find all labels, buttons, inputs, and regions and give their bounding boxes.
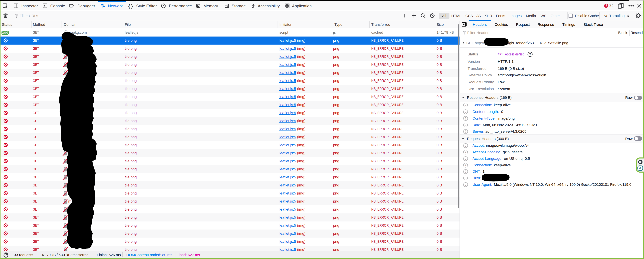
svg-text:e: e (639, 166, 641, 170)
svg-text:?: ? (465, 176, 466, 180)
svg-text:?: ? (465, 183, 466, 186)
svg-text:?: ? (529, 53, 531, 56)
svg-text:?: ? (465, 123, 466, 127)
svg-text:?: ? (465, 117, 466, 120)
svg-text:?: ? (465, 170, 466, 173)
svg-text:?: ? (465, 157, 466, 160)
svg-text:?: ? (465, 110, 466, 113)
svg-text:?: ? (465, 104, 466, 107)
svg-text:?: ? (465, 151, 466, 154)
svg-text:?: ? (465, 130, 466, 133)
svg-text:?: ? (465, 144, 466, 147)
svg-text:?: ? (465, 164, 466, 167)
